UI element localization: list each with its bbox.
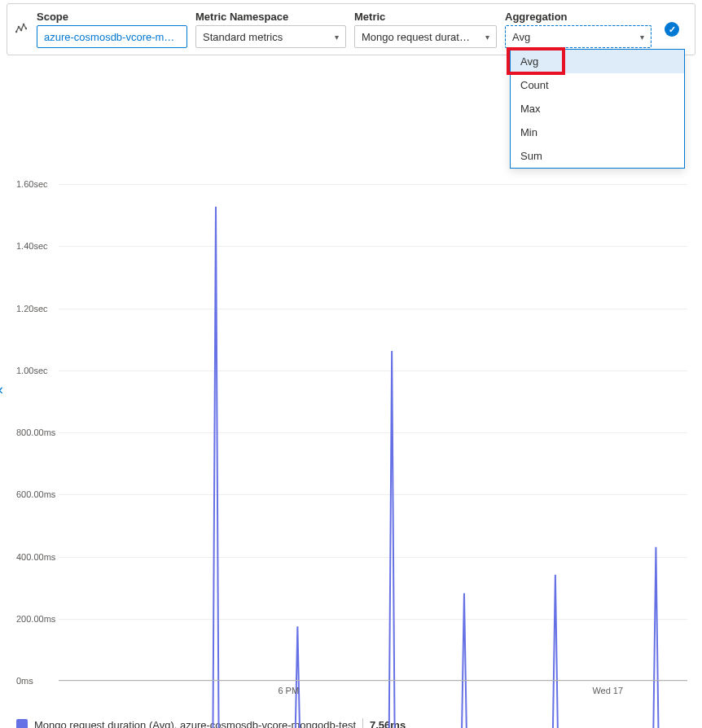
svg-point-1	[18, 25, 20, 28]
aggregation-option-sum[interactable]: Sum	[511, 144, 684, 168]
chevron-left-icon[interactable]: ‹	[0, 381, 3, 398]
aggregation-field: Aggregation Avg ▾	[505, 11, 652, 48]
y-tick-label: 1.00sec	[16, 366, 48, 375]
namespace-label: Metric Namespace	[195, 11, 346, 23]
y-tick-label: 1.20sec	[16, 304, 48, 314]
y-tick-label: 800.00ms	[16, 428, 55, 437]
aggregation-select[interactable]: Avg ▾	[505, 25, 652, 48]
check-badge-icon[interactable]: ✓	[665, 22, 679, 37]
svg-point-3	[23, 23, 25, 25]
y-tick-label: 200.00ms	[16, 614, 55, 624]
metric-picker-toolbar: Scope azure-cosmosdb-vcore-m… Metric Nam…	[7, 3, 695, 55]
scope-label: Scope	[37, 11, 187, 23]
namespace-value: Standard metrics	[203, 31, 283, 43]
aggregation-option-count[interactable]: Count	[511, 73, 684, 97]
namespace-field: Metric Namespace Standard metrics ▾	[195, 11, 346, 48]
y-tick-label: 1.60sec	[16, 179, 48, 189]
scope-value: azure-cosmosdb-vcore-m…	[44, 31, 174, 43]
namespace-select[interactable]: Standard metrics ▾	[195, 25, 346, 48]
line-chart	[59, 153, 687, 728]
chart-area: ‹ 0ms200.00ms400.00ms600.00ms800.00ms1.0…	[16, 153, 695, 715]
x-tick-label: 6 PM	[278, 686, 299, 695]
legend-swatch	[16, 719, 28, 728]
chevron-down-icon: ▾	[335, 33, 339, 42]
aggregation-value: Avg	[512, 31, 530, 43]
chevron-down-icon: ▾	[640, 33, 644, 42]
aggregation-dropdown: AvgCountMaxMinSum	[510, 49, 685, 169]
metric-select[interactable]: Mongo request durat… ▾	[354, 25, 497, 48]
aggregation-option-avg[interactable]: Avg	[511, 50, 684, 73]
chevron-down-icon: ▾	[485, 33, 489, 42]
aggregation-label: Aggregation	[505, 11, 652, 23]
chart-type-icon[interactable]	[15, 23, 29, 37]
aggregation-option-min[interactable]: Min	[511, 121, 684, 144]
chart-series-line	[59, 207, 687, 728]
scope-field: Scope azure-cosmosdb-vcore-m…	[37, 11, 187, 48]
y-tick-label: 1.40sec	[16, 241, 48, 251]
metric-value: Mongo request durat…	[362, 31, 470, 43]
y-tick-label: 0ms	[16, 676, 33, 686]
scope-picker[interactable]: azure-cosmosdb-vcore-m…	[37, 25, 187, 48]
aggregation-option-max[interactable]: Max	[511, 97, 684, 121]
x-tick-label: Wed 17	[592, 686, 623, 695]
svg-point-2	[20, 29, 23, 31]
metric-label: Metric	[354, 11, 497, 23]
x-axis	[59, 680, 687, 681]
metric-field: Metric Mongo request durat… ▾	[354, 11, 497, 48]
y-tick-label: 600.00ms	[16, 489, 55, 499]
y-tick-label: 400.00ms	[16, 552, 55, 562]
